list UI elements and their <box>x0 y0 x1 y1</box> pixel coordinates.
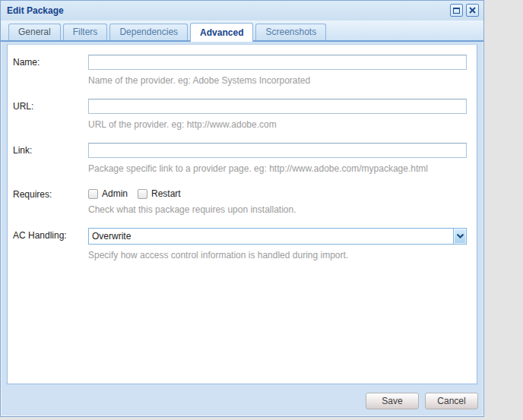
cancel-button[interactable]: Cancel <box>425 393 478 409</box>
requires-checkbox-group: Admin Restart <box>88 187 467 199</box>
name-label: Name: <box>13 55 88 99</box>
save-button[interactable]: Save <box>366 393 419 409</box>
link-field-row: Link: Package specific link to a provide… <box>13 143 467 187</box>
restore-button[interactable] <box>450 4 463 17</box>
name-help-text: Name of the provider. eg: Adobe Systems … <box>88 75 467 86</box>
edit-package-dialog: Edit Package General Filters Dependencie… <box>0 0 484 417</box>
chevron-down-icon <box>457 234 464 238</box>
tab-screenshots[interactable]: Screenshots <box>255 24 326 40</box>
name-input[interactable] <box>88 55 467 70</box>
ac-handling-field-row: AC Handling: Specify how access control … <box>13 228 467 273</box>
tab-dependencies[interactable]: Dependencies <box>109 24 188 40</box>
close-button[interactable] <box>466 4 479 17</box>
link-input[interactable] <box>88 143 467 158</box>
requires-help-text: Check what this package requires upon in… <box>88 204 467 215</box>
url-field-row: URL: URL of the provider. eg: http://www… <box>13 99 467 143</box>
window-tools <box>450 4 479 17</box>
restart-checkbox[interactable] <box>138 189 147 199</box>
admin-checkbox[interactable] <box>88 189 98 199</box>
restore-icon <box>453 8 460 14</box>
tab-strip: General Filters Dependencies Advanced Sc… <box>1 21 483 42</box>
tab-advanced[interactable]: Advanced <box>190 23 253 42</box>
ac-handling-input[interactable] <box>88 228 453 245</box>
requires-label: Requires: <box>13 187 88 228</box>
tab-general[interactable]: General <box>8 24 61 40</box>
admin-checkbox-label[interactable]: Admin <box>88 188 128 199</box>
ac-handling-dropdown-trigger[interactable] <box>453 228 467 245</box>
close-icon <box>469 7 476 14</box>
ac-handling-help-text: Specify how access control information i… <box>88 250 467 261</box>
link-label: Link: <box>13 143 88 187</box>
name-field-row: Name: Name of the provider. eg: Adobe Sy… <box>13 55 467 99</box>
url-label: URL: <box>13 99 88 143</box>
ac-handling-label: AC Handling: <box>13 228 88 273</box>
url-help-text: URL of the provider. eg: http://www.adob… <box>88 119 467 130</box>
ac-handling-combobox <box>88 228 467 245</box>
url-input[interactable] <box>88 99 467 114</box>
advanced-tab-panel: Name: Name of the provider. eg: Adobe Sy… <box>7 44 477 384</box>
dialog-titlebar[interactable]: Edit Package <box>1 1 483 21</box>
requires-field-row: Requires: Admin Restart Check what this … <box>13 187 467 228</box>
restart-checkbox-text: Restart <box>151 188 181 199</box>
tab-filters[interactable]: Filters <box>63 24 108 40</box>
link-help-text: Package specific link to a provider page… <box>88 163 467 174</box>
admin-checkbox-text: Admin <box>102 188 128 199</box>
restart-checkbox-label[interactable]: Restart <box>138 188 181 199</box>
dialog-title: Edit Package <box>7 5 64 16</box>
dialog-footer: Save Cancel <box>1 387 483 415</box>
